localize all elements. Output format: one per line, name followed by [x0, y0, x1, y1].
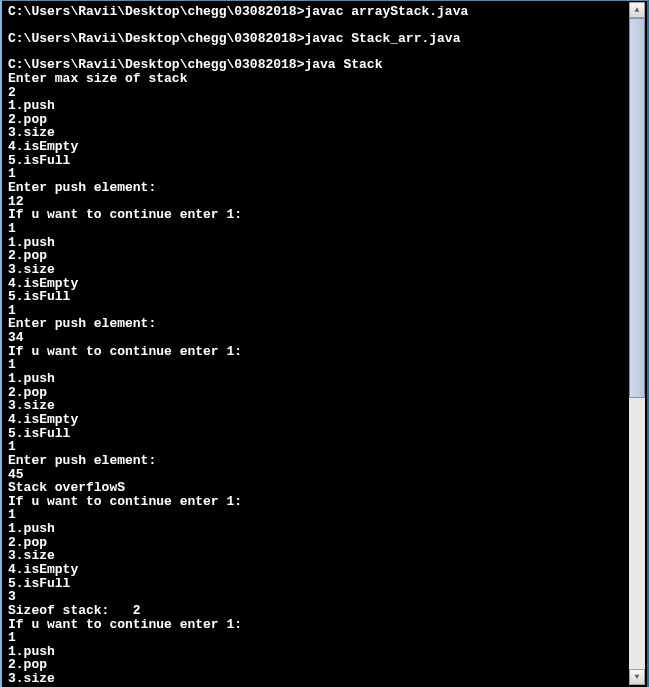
terminal-line: 1 [8, 304, 641, 318]
terminal-line: 1 [8, 631, 641, 645]
terminal-line: If u want to continue enter 1: [8, 495, 641, 509]
terminal-line: Enter max size of stack [8, 72, 641, 86]
terminal-line: 3.size [8, 263, 641, 277]
terminal-line: 3.size [8, 672, 641, 686]
terminal-line: 1.push [8, 99, 641, 113]
terminal-line: 4.isEmpty [8, 563, 641, 577]
scroll-down-button[interactable]: ▼ [629, 669, 645, 685]
terminal-line: 1 [8, 167, 641, 181]
terminal-line: 2.pop [8, 249, 641, 263]
terminal-line: If u want to continue enter 1: [8, 208, 641, 222]
terminal-line: If u want to continue enter 1: [8, 618, 641, 632]
terminal-line: 12 [8, 195, 641, 209]
terminal-line: 34 [8, 331, 641, 345]
terminal-line: Enter push element: [8, 454, 641, 468]
terminal-line: 1.push [8, 522, 641, 536]
terminal-line: 2.pop [8, 386, 641, 400]
terminal-line: 2.pop [8, 113, 641, 127]
terminal-line: 4.isEmpty [8, 413, 641, 427]
scroll-up-button[interactable]: ▲ [629, 2, 645, 18]
terminal-line: 5.isFull [8, 154, 641, 168]
terminal-line: 3.size [8, 126, 641, 140]
terminal-line: 1.push [8, 372, 641, 386]
terminal-line: 1 [8, 222, 641, 236]
terminal-line: 3.size [8, 399, 641, 413]
terminal-line: If u want to continue enter 1: [8, 345, 641, 359]
terminal-line: Stack overflowS [8, 481, 641, 495]
terminal-line: 1 [8, 440, 641, 454]
terminal-line: 4.isEmpty [8, 277, 641, 291]
terminal-line: 4.isEmpty [8, 140, 641, 154]
terminal-line: Enter push element: [8, 317, 641, 331]
terminal-line: 1 [8, 358, 641, 372]
terminal-line: 1.push [8, 645, 641, 659]
terminal-line: Sizeof stack: 2 [8, 604, 641, 618]
terminal-line: 3 [8, 590, 641, 604]
terminal-line: 5.isFull [8, 290, 641, 304]
terminal-line: 5.isFull [8, 577, 641, 591]
terminal-line: 2.pop [8, 658, 641, 672]
scroll-track[interactable] [629, 18, 645, 669]
terminal-line: 1.push [8, 236, 641, 250]
terminal-line: 5.isFull [8, 427, 641, 441]
terminal-output[interactable]: C:\Users\Ravii\Desktop\chegg\03082018>ja… [8, 5, 641, 687]
arrow-up-icon: ▲ [635, 6, 640, 14]
terminal-line: Enter push element: [8, 181, 641, 195]
terminal-line: 2.pop [8, 536, 641, 550]
arrow-down-icon: ▼ [635, 673, 640, 681]
terminal-line: 45 [8, 468, 641, 482]
terminal-line: C:\Users\Ravii\Desktop\chegg\03082018>ja… [8, 32, 641, 46]
terminal-line: 1 [8, 508, 641, 522]
terminal-line: 3.size [8, 549, 641, 563]
terminal-line: C:\Users\Ravii\Desktop\chegg\03082018>ja… [8, 5, 641, 19]
terminal-line: C:\Users\Ravii\Desktop\chegg\03082018>ja… [8, 58, 641, 72]
vertical-scrollbar[interactable]: ▲ ▼ [629, 2, 645, 685]
terminal-line: 2 [8, 86, 641, 100]
scroll-thumb[interactable] [629, 18, 645, 398]
blank-line [8, 19, 641, 32]
